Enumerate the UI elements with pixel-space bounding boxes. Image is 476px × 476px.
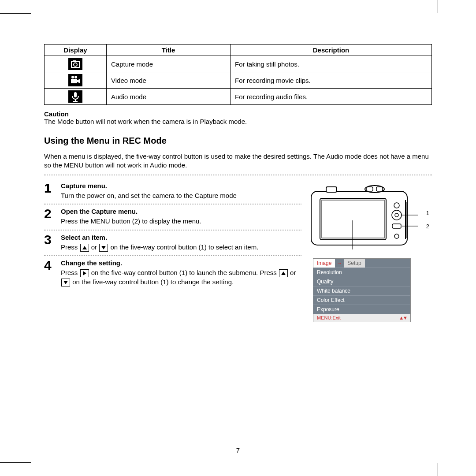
up-arrow-icon: [80, 244, 89, 252]
step-title: Select an item.: [61, 233, 301, 242]
section-intro: When a menu is displayed, the five-way c…: [44, 152, 432, 170]
svg-rect-18: [367, 187, 373, 191]
right-arrow-icon: [80, 269, 89, 277]
th-description: Description: [231, 45, 432, 56]
steps-list: 1 Capture menu. Turn the power on, and s…: [44, 179, 301, 322]
menu-tab-setup: Setup: [344, 259, 364, 268]
menu-exit-label: MENU:Exit: [317, 315, 341, 320]
up-down-icon: ▲▼: [399, 315, 407, 320]
microphone-icon: [68, 90, 82, 103]
step-1: 1 Capture menu. Turn the power on, and s…: [44, 179, 301, 204]
svg-rect-0: [68, 58, 82, 70]
svg-rect-5: [71, 79, 77, 83]
table-row: Audio mode For recording audio files.: [45, 89, 432, 105]
svg-rect-23: [392, 224, 401, 228]
mode-table: Display Title Description Capture mode F…: [44, 44, 432, 105]
svg-point-24: [394, 234, 399, 238]
menu-item: Exposure: [313, 305, 410, 314]
table-row: Capture mode For taking still photos.: [45, 56, 432, 72]
svg-rect-19: [376, 187, 383, 191]
step-3: 3 Select an item. Press or on the five-w…: [44, 230, 301, 256]
step-title: Capture menu.: [61, 182, 301, 190]
caution-block: Caution The Mode button will not work wh…: [44, 110, 432, 125]
video-icon: [68, 74, 82, 86]
svg-rect-16: [326, 187, 337, 192]
step-text: Press the MENU button (2) to display the…: [61, 217, 201, 225]
callout-2: 2: [426, 223, 429, 230]
callout-1: 1: [426, 210, 429, 216]
up-arrow-icon: [279, 269, 288, 277]
cell-desc: For taking still photos.: [231, 56, 432, 72]
cell-title: Capture mode: [107, 56, 231, 72]
th-title: Title: [107, 45, 231, 56]
down-arrow-icon: [61, 279, 70, 286]
svg-point-20: [394, 203, 399, 208]
camera-icon: [68, 58, 82, 70]
step-text: Press on the five-way control button (1)…: [61, 269, 296, 285]
camera-diagram: 1 2: [309, 181, 423, 251]
down-arrow-icon: [99, 244, 108, 252]
svg-point-22: [395, 213, 398, 217]
step-4: 4 Change the setting. Press on the five-…: [44, 255, 301, 290]
cell-desc: For recording movie clips.: [231, 72, 432, 89]
cell-title: Audio mode: [107, 89, 231, 105]
caution-label: Caution: [44, 110, 69, 118]
menu-tab-image: Image: [313, 259, 335, 268]
menu-item: Color Effect: [313, 295, 410, 305]
svg-point-7: [71, 76, 74, 78]
section-heading: Using the Menu in REC Mode: [44, 136, 432, 146]
svg-rect-15: [322, 200, 384, 238]
cell-title: Video mode: [107, 72, 231, 89]
step-title: Change the setting.: [61, 259, 301, 268]
divider: [44, 175, 432, 175]
step-title: Open the Capture menu.: [61, 207, 301, 216]
menu-item: Resolution: [313, 268, 410, 277]
th-display: Display: [45, 45, 107, 56]
menu-item: White balance: [313, 286, 410, 295]
caution-text: The Mode button will not work when the c…: [44, 118, 247, 125]
step-text: Press or on the five-way control button …: [61, 243, 258, 251]
step-text: Turn the power on, and set the camera to…: [61, 192, 237, 199]
step-2: 2 Open the Capture menu. Press the MENU …: [44, 204, 301, 230]
menu-screenshot: Image → Setup Resolution Quality White b…: [313, 258, 411, 322]
svg-point-8: [74, 76, 77, 78]
cell-desc: For recording audio files.: [231, 89, 432, 105]
svg-rect-10: [74, 92, 77, 97]
table-row: Video mode For recording movie clips.: [45, 72, 432, 89]
page-number: 7: [0, 446, 476, 454]
svg-rect-2: [73, 60, 76, 62]
right-arrow-icon: →: [335, 259, 344, 268]
menu-item: Quality: [313, 277, 410, 286]
